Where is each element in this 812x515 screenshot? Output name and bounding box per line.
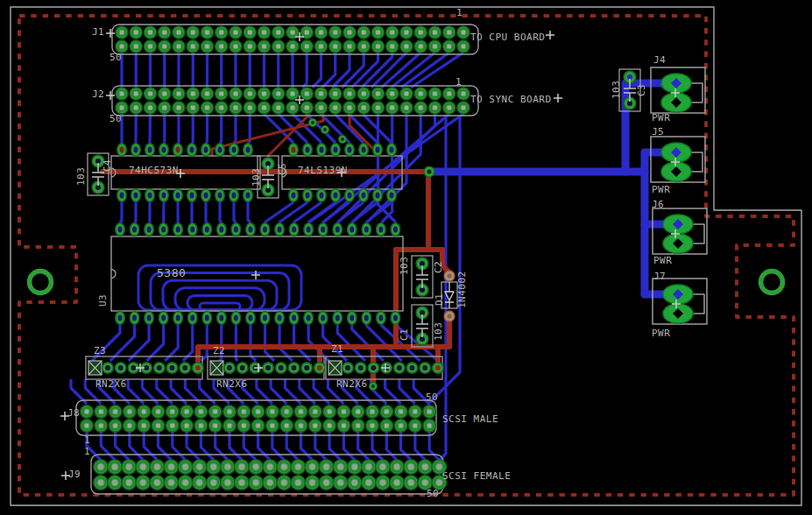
- connector-j2[interactable]: [112, 86, 478, 116]
- top-copper-traces: [102, 115, 449, 384]
- pwr-connector-j4[interactable]: [651, 67, 705, 113]
- diode-d1[interactable]: [441, 271, 457, 321]
- power-traces-blue: [428, 83, 671, 294]
- components: [76, 25, 707, 494]
- rnet-z2[interactable]: [208, 356, 325, 379]
- mounting-hole-left[interactable]: [30, 272, 52, 293]
- connector-j1[interactable]: [112, 25, 478, 54]
- connector-j9-scsi-female[interactable]: [91, 455, 447, 494]
- pwr-connector-j6[interactable]: [653, 208, 707, 254]
- pwr-connector-j5[interactable]: [651, 137, 705, 182]
- pcb-canvas: J1501TO CPU BOARDJ2501TO SYNC BOARD74HC5…: [0, 0, 812, 515]
- mounting-hole-right[interactable]: [761, 272, 783, 293]
- pwr-connector-j7[interactable]: [653, 279, 707, 324]
- cap-c2[interactable]: [412, 256, 433, 298]
- pcb-board-view: [0, 0, 812, 515]
- connector-j8-scsi-male[interactable]: [76, 400, 436, 435]
